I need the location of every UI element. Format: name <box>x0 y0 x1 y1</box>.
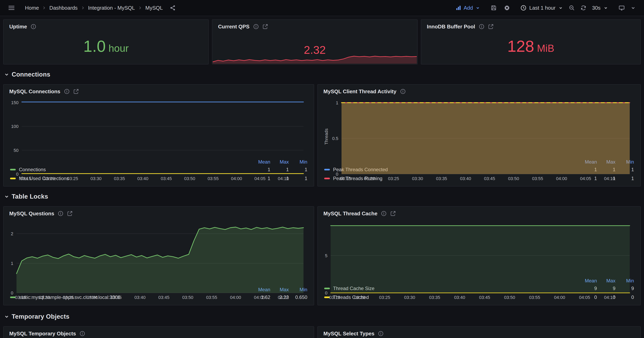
svg-text:03:55: 03:55 <box>529 295 540 300</box>
panel-header: Uptime <box>9 22 203 31</box>
row-stats: Uptime 1.0 hour Current QPS <box>3 19 641 65</box>
section-title: Connections <box>12 71 50 78</box>
svg-text:0: 0 <box>336 172 338 177</box>
svg-text:03:30: 03:30 <box>404 295 415 300</box>
add-button-label: Add <box>464 5 473 11</box>
refresh-interval-picker[interactable]: 30s <box>590 3 610 13</box>
add-button[interactable]: Add <box>453 3 482 13</box>
external-link-icon[interactable] <box>67 211 73 216</box>
grafana-dashboard: Home Dashboards Integration - MySQL MySQ… <box>0 0 644 338</box>
section-table-locks[interactable]: Table Locks <box>3 190 641 203</box>
svg-text:04:10: 04:10 <box>604 176 615 181</box>
breadcrumb-home[interactable]: Home <box>23 4 41 12</box>
panel-title[interactable]: MySQL Connections <box>9 88 60 95</box>
tv-mode-button[interactable] <box>616 3 627 13</box>
chevron-down-icon <box>558 6 563 10</box>
info-icon[interactable] <box>479 24 484 30</box>
panel-title[interactable]: MySQL Temporary Objects <box>9 330 76 337</box>
svg-text:03:20: 03:20 <box>364 176 375 181</box>
hamburger-icon <box>8 5 15 11</box>
panel-mysql-thread-cache: MySQL Thread Cache 0503:1503:2003:2503:3… <box>317 206 641 305</box>
svg-text:04:00: 04:00 <box>231 176 242 181</box>
breadcrumb-current: MySQL <box>143 4 165 12</box>
info-icon[interactable] <box>253 24 259 30</box>
collapse-toolbar-button[interactable] <box>628 4 638 12</box>
panel-title[interactable]: MySQL Client Thread Activity <box>324 88 396 95</box>
time-range-picker[interactable]: Last 1 hour <box>518 3 566 13</box>
info-icon[interactable] <box>64 89 70 94</box>
section-temporary-objects[interactable]: Temporary Objects <box>3 310 641 323</box>
panel-title[interactable]: MySQL Thread Cache <box>324 210 377 217</box>
info-icon[interactable] <box>58 211 64 216</box>
chevron-down-icon <box>4 72 9 77</box>
info-icon[interactable] <box>30 24 36 30</box>
zoom-out-time-button[interactable] <box>566 3 577 13</box>
svg-text:04:00: 04:00 <box>230 295 241 300</box>
svg-text:04:05: 04:05 <box>580 176 591 181</box>
panel-title[interactable]: MySQL Questions <box>9 210 54 217</box>
chart-canvas: 05010015003:1503:2003:2503:3003:3503:400… <box>9 96 308 183</box>
stat-unit: MiB <box>537 43 554 54</box>
svg-text:0.5: 0.5 <box>332 136 338 141</box>
svg-text:03:15: 03:15 <box>15 295 26 300</box>
external-link-icon[interactable] <box>488 24 494 30</box>
mysql-thread-cache-chart[interactable]: 0503:1503:2003:2503:3003:3503:4003:4503:… <box>324 218 635 277</box>
svg-text:0: 0 <box>16 172 18 177</box>
add-panel-icon <box>456 5 461 11</box>
chart-canvas <box>213 53 417 64</box>
menu-toggle-button[interactable] <box>6 3 17 13</box>
panel-header: MySQL Client Thread Activity <box>324 87 635 96</box>
refresh-button[interactable] <box>578 3 589 13</box>
external-link-icon[interactable] <box>73 89 79 94</box>
mysql-connections-chart[interactable]: 05010015003:1503:2003:2503:3003:3503:400… <box>9 96 308 159</box>
external-link-icon[interactable] <box>262 24 268 30</box>
breadcrumb-integration-mysql[interactable]: Integration - MySQL <box>86 4 137 12</box>
svg-text:100: 100 <box>11 124 18 129</box>
chart-canvas: 00.5103:1503:2003:2503:3003:3503:4003:45… <box>324 96 634 183</box>
svg-text:03:50: 03:50 <box>508 176 519 181</box>
svg-text:03:45: 03:45 <box>484 176 495 181</box>
breadcrumb-dashboards[interactable]: Dashboards <box>47 4 80 12</box>
svg-text:03:35: 03:35 <box>436 176 447 181</box>
info-icon[interactable] <box>400 89 406 94</box>
info-icon[interactable] <box>378 331 384 336</box>
panel-innodb-buffer-pool: InnoDB Buffer Pool 128 MiB <box>421 19 641 65</box>
svg-text:03:30: 03:30 <box>90 176 102 181</box>
panel-title[interactable]: Uptime <box>9 24 27 30</box>
external-link-icon[interactable] <box>390 211 396 216</box>
svg-text:04:10: 04:10 <box>604 295 615 300</box>
panel-title[interactable]: Current QPS <box>218 24 249 30</box>
clock-icon <box>520 5 526 11</box>
svg-text:04:05: 04:05 <box>579 295 590 300</box>
mysql-questions-chart[interactable]: 01203:1503:2003:2503:3003:3503:4003:4503… <box>9 218 308 286</box>
panel-title[interactable]: MySQL Select Types <box>324 330 374 337</box>
svg-text:03:25: 03:25 <box>388 176 399 181</box>
client-thread-activity-chart[interactable]: 00.5103:1503:2003:2503:3003:3503:4003:45… <box>324 96 635 159</box>
chart-canvas: 01203:1503:2003:2503:3003:3503:4003:4503… <box>9 218 308 302</box>
svg-text:03:30: 03:30 <box>87 295 98 300</box>
info-icon[interactable] <box>381 211 386 216</box>
svg-text:03:45: 03:45 <box>158 295 170 300</box>
panel-header: MySQL Select Types <box>324 329 635 338</box>
chevron-down-icon <box>475 6 480 10</box>
share-dashboard-button[interactable] <box>167 3 178 13</box>
svg-text:03:25: 03:25 <box>379 295 390 300</box>
chevron-down-icon <box>603 6 608 10</box>
info-icon[interactable] <box>80 331 85 336</box>
panel-title[interactable]: InnoDB Buffer Pool <box>427 24 475 30</box>
svg-text:04:00: 04:00 <box>554 295 565 300</box>
svg-text:0: 0 <box>325 290 328 295</box>
svg-text:03:35: 03:35 <box>114 176 125 181</box>
panel-header: MySQL Connections <box>9 87 308 96</box>
svg-text:03:30: 03:30 <box>412 176 423 181</box>
dashboard-settings-button[interactable] <box>502 3 512 13</box>
zoom-out-icon <box>569 5 575 11</box>
section-connections[interactable]: Connections <box>3 68 641 81</box>
monitor-icon <box>619 5 625 11</box>
svg-text:03:35: 03:35 <box>429 295 440 300</box>
save-dashboard-button[interactable] <box>488 3 499 13</box>
chevron-down-icon <box>4 194 9 199</box>
stat-body: 1.0 hour <box>9 31 203 62</box>
panel-mysql-select-types: MySQL Select Types <box>317 326 641 338</box>
svg-text:150: 150 <box>11 100 18 105</box>
